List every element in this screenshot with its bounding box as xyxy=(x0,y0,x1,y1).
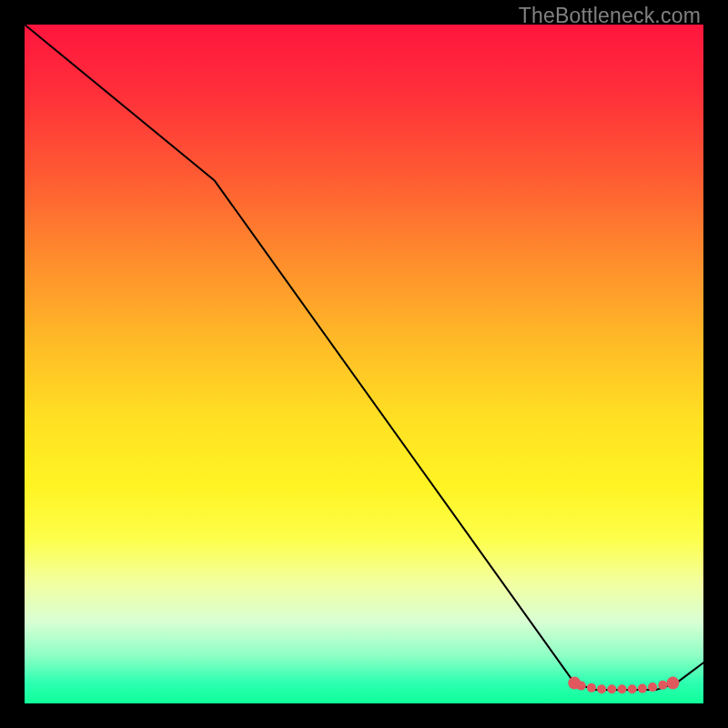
plot-area xyxy=(25,25,703,703)
highlight-marker xyxy=(648,682,657,692)
highlight-markers xyxy=(568,677,679,694)
highlight-marker xyxy=(607,684,616,693)
chart-svg xyxy=(25,25,703,703)
highlight-marker xyxy=(587,683,596,693)
highlight-marker xyxy=(617,684,626,693)
highlight-marker xyxy=(658,681,667,690)
chart-stage: TheBottleneck.com xyxy=(0,0,728,728)
highlight-marker xyxy=(666,677,679,690)
highlight-marker xyxy=(628,684,637,693)
curve-line xyxy=(25,25,703,690)
highlight-marker xyxy=(577,682,586,691)
watermark-text: TheBottleneck.com xyxy=(519,4,701,28)
highlight-marker xyxy=(638,684,647,693)
highlight-marker xyxy=(597,684,606,693)
